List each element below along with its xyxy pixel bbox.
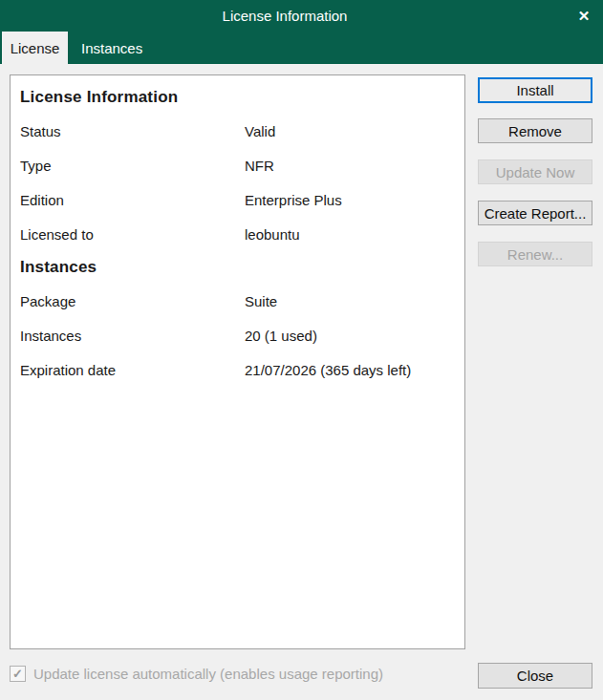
section-header-license-information: License Information [20, 81, 455, 114]
row-value: 20 (1 used) [245, 328, 455, 344]
row-licensed-to: Licensed to leobuntu [20, 217, 455, 251]
row-label: Package [20, 293, 245, 309]
update-license-checkbox-label: Update license automatically (enables us… [33, 666, 383, 682]
row-value: Valid [245, 123, 455, 139]
section-header-instances: Instances [20, 251, 455, 284]
update-license-checkbox-group: ✓ Update license automatically (enables … [10, 665, 383, 682]
row-value: Suite [245, 293, 455, 309]
row-value: NFR [245, 158, 455, 174]
row-value: 21/07/2026 (365 days left) [245, 362, 455, 378]
row-value: leobuntu [245, 226, 455, 243]
row-value: Enterprise Plus [245, 192, 455, 208]
checkmark-icon: ✓ [12, 667, 23, 681]
titlebar: License Information ✕ [0, 0, 603, 32]
row-label: Expiration date [20, 362, 245, 378]
row-label: Instances [20, 328, 245, 344]
license-information-dialog: License Information ✕ License Instances … [0, 0, 603, 700]
license-details-panel: License Information Status Valid Type NF… [10, 74, 465, 649]
window-title: License Information [223, 8, 381, 24]
update-now-button: Update Now [478, 159, 592, 184]
update-license-checkbox: ✓ [10, 666, 26, 682]
remove-button[interactable]: Remove [478, 118, 592, 143]
tab-instances[interactable]: Instances [68, 32, 167, 64]
tab-license[interactable]: License [2, 32, 68, 64]
create-report-button[interactable]: Create Report... [478, 201, 592, 225]
row-label: Type [20, 158, 245, 174]
row-label: Edition [20, 192, 245, 208]
close-icon[interactable]: ✕ [565, 0, 603, 32]
row-package: Package Suite [20, 284, 455, 318]
row-type: Type NFR [20, 148, 455, 182]
renew-button: Renew... [478, 242, 592, 266]
row-label: Licensed to [20, 226, 245, 243]
tab-strip: License Instances [0, 32, 603, 64]
row-instances: Instances 20 (1 used) [20, 318, 455, 352]
install-button[interactable]: Install [478, 77, 592, 103]
row-expiration-date: Expiration date 21/07/2026 (365 days lef… [20, 352, 455, 387]
row-edition: Edition Enterprise Plus [20, 182, 455, 217]
close-button[interactable]: Close [478, 663, 592, 689]
row-status: Status Valid [20, 114, 455, 148]
row-label: Status [20, 123, 245, 139]
